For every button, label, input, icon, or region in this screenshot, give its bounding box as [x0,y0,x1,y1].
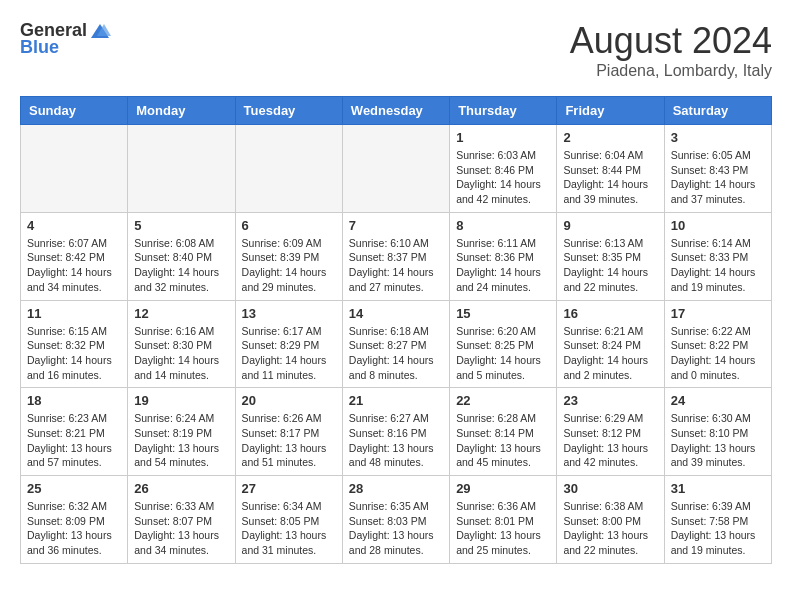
calendar-cell: 21Sunrise: 6:27 AM Sunset: 8:16 PM Dayli… [342,388,449,476]
day-info: Sunrise: 6:15 AM Sunset: 8:32 PM Dayligh… [27,324,121,383]
day-info: Sunrise: 6:13 AM Sunset: 8:35 PM Dayligh… [563,236,657,295]
day-info: Sunrise: 6:07 AM Sunset: 8:42 PM Dayligh… [27,236,121,295]
calendar-cell: 27Sunrise: 6:34 AM Sunset: 8:05 PM Dayli… [235,476,342,564]
calendar-cell: 14Sunrise: 6:18 AM Sunset: 8:27 PM Dayli… [342,300,449,388]
calendar-cell: 23Sunrise: 6:29 AM Sunset: 8:12 PM Dayli… [557,388,664,476]
calendar-week-row: 18Sunrise: 6:23 AM Sunset: 8:21 PM Dayli… [21,388,772,476]
calendar-cell: 20Sunrise: 6:26 AM Sunset: 8:17 PM Dayli… [235,388,342,476]
day-number: 12 [134,306,228,321]
calendar-cell: 5Sunrise: 6:08 AM Sunset: 8:40 PM Daylig… [128,212,235,300]
day-number: 24 [671,393,765,408]
day-info: Sunrise: 6:14 AM Sunset: 8:33 PM Dayligh… [671,236,765,295]
month-year-title: August 2024 [570,20,772,62]
day-info: Sunrise: 6:32 AM Sunset: 8:09 PM Dayligh… [27,499,121,558]
day-info: Sunrise: 6:04 AM Sunset: 8:44 PM Dayligh… [563,148,657,207]
day-info: Sunrise: 6:35 AM Sunset: 8:03 PM Dayligh… [349,499,443,558]
day-info: Sunrise: 6:24 AM Sunset: 8:19 PM Dayligh… [134,411,228,470]
day-info: Sunrise: 6:05 AM Sunset: 8:43 PM Dayligh… [671,148,765,207]
day-number: 2 [563,130,657,145]
day-number: 9 [563,218,657,233]
calendar-cell [21,125,128,213]
calendar-cell: 6Sunrise: 6:09 AM Sunset: 8:39 PM Daylig… [235,212,342,300]
calendar-cell: 28Sunrise: 6:35 AM Sunset: 8:03 PM Dayli… [342,476,449,564]
calendar-cell: 26Sunrise: 6:33 AM Sunset: 8:07 PM Dayli… [128,476,235,564]
calendar-cell: 30Sunrise: 6:38 AM Sunset: 8:00 PM Dayli… [557,476,664,564]
calendar-cell [128,125,235,213]
day-info: Sunrise: 6:30 AM Sunset: 8:10 PM Dayligh… [671,411,765,470]
day-info: Sunrise: 6:26 AM Sunset: 8:17 PM Dayligh… [242,411,336,470]
calendar-cell: 8Sunrise: 6:11 AM Sunset: 8:36 PM Daylig… [450,212,557,300]
logo-blue-text: Blue [20,37,59,58]
day-number: 10 [671,218,765,233]
day-info: Sunrise: 6:10 AM Sunset: 8:37 PM Dayligh… [349,236,443,295]
day-info: Sunrise: 6:21 AM Sunset: 8:24 PM Dayligh… [563,324,657,383]
calendar-cell: 1Sunrise: 6:03 AM Sunset: 8:46 PM Daylig… [450,125,557,213]
calendar-cell: 4Sunrise: 6:07 AM Sunset: 8:42 PM Daylig… [21,212,128,300]
calendar-cell: 29Sunrise: 6:36 AM Sunset: 8:01 PM Dayli… [450,476,557,564]
calendar-cell: 12Sunrise: 6:16 AM Sunset: 8:30 PM Dayli… [128,300,235,388]
day-info: Sunrise: 6:36 AM Sunset: 8:01 PM Dayligh… [456,499,550,558]
day-info: Sunrise: 6:16 AM Sunset: 8:30 PM Dayligh… [134,324,228,383]
day-info: Sunrise: 6:11 AM Sunset: 8:36 PM Dayligh… [456,236,550,295]
calendar-cell: 3Sunrise: 6:05 AM Sunset: 8:43 PM Daylig… [664,125,771,213]
calendar-week-row: 25Sunrise: 6:32 AM Sunset: 8:09 PM Dayli… [21,476,772,564]
day-info: Sunrise: 6:34 AM Sunset: 8:05 PM Dayligh… [242,499,336,558]
weekday-header: Saturday [664,97,771,125]
day-number: 18 [27,393,121,408]
calendar-cell: 10Sunrise: 6:14 AM Sunset: 8:33 PM Dayli… [664,212,771,300]
weekday-header: Wednesday [342,97,449,125]
day-number: 8 [456,218,550,233]
day-info: Sunrise: 6:03 AM Sunset: 8:46 PM Dayligh… [456,148,550,207]
day-info: Sunrise: 6:22 AM Sunset: 8:22 PM Dayligh… [671,324,765,383]
calendar-cell: 15Sunrise: 6:20 AM Sunset: 8:25 PM Dayli… [450,300,557,388]
page-header: General Blue August 2024 Piadena, Lombar… [20,20,772,80]
day-number: 11 [27,306,121,321]
calendar-cell: 18Sunrise: 6:23 AM Sunset: 8:21 PM Dayli… [21,388,128,476]
location-subtitle: Piadena, Lombardy, Italy [570,62,772,80]
calendar-week-row: 11Sunrise: 6:15 AM Sunset: 8:32 PM Dayli… [21,300,772,388]
calendar-cell: 9Sunrise: 6:13 AM Sunset: 8:35 PM Daylig… [557,212,664,300]
day-number: 17 [671,306,765,321]
day-number: 19 [134,393,228,408]
day-number: 31 [671,481,765,496]
day-info: Sunrise: 6:20 AM Sunset: 8:25 PM Dayligh… [456,324,550,383]
day-number: 5 [134,218,228,233]
day-number: 23 [563,393,657,408]
day-number: 6 [242,218,336,233]
weekday-header-row: SundayMondayTuesdayWednesdayThursdayFrid… [21,97,772,125]
weekday-header: Tuesday [235,97,342,125]
calendar-cell: 19Sunrise: 6:24 AM Sunset: 8:19 PM Dayli… [128,388,235,476]
calendar-table: SundayMondayTuesdayWednesdayThursdayFrid… [20,96,772,564]
calendar-cell: 17Sunrise: 6:22 AM Sunset: 8:22 PM Dayli… [664,300,771,388]
calendar-cell: 16Sunrise: 6:21 AM Sunset: 8:24 PM Dayli… [557,300,664,388]
day-info: Sunrise: 6:09 AM Sunset: 8:39 PM Dayligh… [242,236,336,295]
day-number: 21 [349,393,443,408]
day-info: Sunrise: 6:39 AM Sunset: 7:58 PM Dayligh… [671,499,765,558]
day-info: Sunrise: 6:29 AM Sunset: 8:12 PM Dayligh… [563,411,657,470]
calendar-cell: 22Sunrise: 6:28 AM Sunset: 8:14 PM Dayli… [450,388,557,476]
day-number: 15 [456,306,550,321]
day-info: Sunrise: 6:17 AM Sunset: 8:29 PM Dayligh… [242,324,336,383]
logo: General Blue [20,20,111,58]
calendar-cell: 11Sunrise: 6:15 AM Sunset: 8:32 PM Dayli… [21,300,128,388]
day-info: Sunrise: 6:08 AM Sunset: 8:40 PM Dayligh… [134,236,228,295]
day-number: 14 [349,306,443,321]
day-number: 29 [456,481,550,496]
day-number: 1 [456,130,550,145]
day-number: 7 [349,218,443,233]
weekday-header: Sunday [21,97,128,125]
weekday-header: Friday [557,97,664,125]
calendar-cell: 25Sunrise: 6:32 AM Sunset: 8:09 PM Dayli… [21,476,128,564]
logo-icon [89,22,111,40]
calendar-cell: 31Sunrise: 6:39 AM Sunset: 7:58 PM Dayli… [664,476,771,564]
day-number: 27 [242,481,336,496]
day-number: 16 [563,306,657,321]
day-info: Sunrise: 6:23 AM Sunset: 8:21 PM Dayligh… [27,411,121,470]
calendar-cell: 2Sunrise: 6:04 AM Sunset: 8:44 PM Daylig… [557,125,664,213]
calendar-cell [342,125,449,213]
day-number: 30 [563,481,657,496]
day-number: 3 [671,130,765,145]
day-info: Sunrise: 6:27 AM Sunset: 8:16 PM Dayligh… [349,411,443,470]
day-number: 4 [27,218,121,233]
calendar-cell: 24Sunrise: 6:30 AM Sunset: 8:10 PM Dayli… [664,388,771,476]
